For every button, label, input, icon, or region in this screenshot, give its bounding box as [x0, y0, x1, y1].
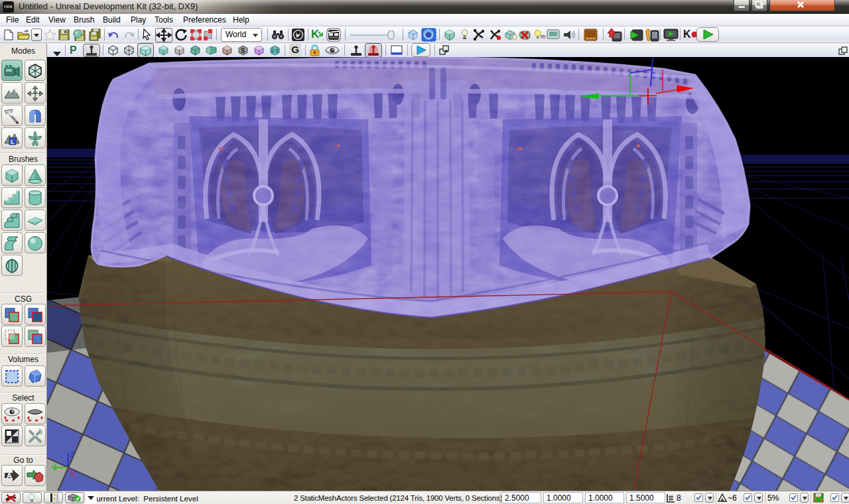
svg-text:m: m: [541, 33, 545, 40]
svg-text:L: L: [11, 139, 15, 145]
svg-text:Y: Y: [52, 464, 57, 472]
svg-text:X: X: [70, 470, 76, 478]
svg-text:Z: Z: [70, 450, 74, 458]
svg-text:$: $: [241, 46, 245, 54]
svg-text:A: A: [7, 472, 12, 479]
